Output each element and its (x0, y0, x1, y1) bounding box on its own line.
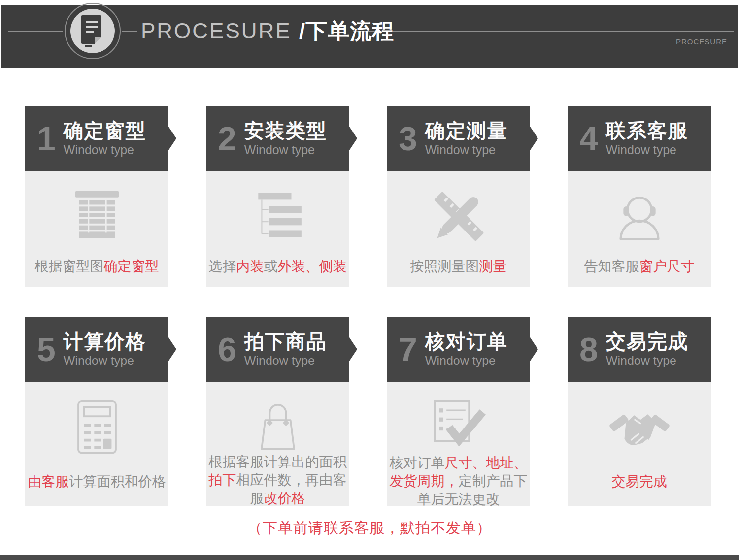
step-number: 8 (579, 332, 598, 366)
step-subtitle: Window type (606, 354, 689, 368)
step-1-header: 1 确定窗型 Window type (25, 106, 168, 171)
arrow-right-icon (530, 127, 538, 150)
step-description: 告知客服窗户尺寸 (583, 257, 696, 275)
step-card-6: 6 拍下商品 Window type 根据客服计算出的面积拍下相应件数，再由客服… (206, 317, 349, 506)
desc-segment: 内装 (236, 259, 264, 274)
arrow-right-icon (349, 127, 357, 150)
procedure-banner: PROCESURE /下单流程 PROCESURE (1, 5, 738, 68)
step-subtitle: Window type (606, 143, 689, 157)
step-6-header: 6 拍下商品 Window type (206, 317, 349, 382)
step-number: 1 (37, 122, 56, 155)
desc-segment: 确定窗型 (104, 259, 159, 274)
desc-segment: 窗户尺寸 (639, 259, 695, 274)
desc-segment: 根据客服计算出的面积 (209, 454, 347, 469)
install-type-icon (250, 188, 305, 246)
step-title: 安装类型 (244, 120, 327, 141)
shopping-bag-icon (251, 398, 305, 453)
step-number: 7 (399, 332, 417, 366)
step-subtitle: Window type (425, 143, 508, 157)
step-number: 5 (37, 332, 56, 366)
step-6-body: 根据客服计算出的面积拍下相应件数，再由客服改价格 (206, 382, 349, 506)
desc-segment: 选择 (209, 259, 236, 274)
step-4-header: 4 联系客服 Window type (568, 106, 711, 171)
desc-segment: 根据窗型图 (35, 259, 104, 274)
document-icon (63, 1, 122, 61)
step-8-header: 8 交易完成 Window type (568, 317, 711, 382)
step-card-7: 7 核对订单 Window type 核对订单 (387, 317, 530, 506)
banner-title-zh: /下单流程 (299, 19, 394, 43)
step-description: 选择内装或外装、侧装 (207, 257, 348, 275)
customer-service-icon (612, 188, 667, 246)
desc-segment: 计算面积和价格 (69, 474, 166, 489)
step-1-body: 根据窗型图确定窗型 (25, 171, 168, 287)
step-description: 按照测量图测量 (409, 257, 508, 275)
step-card-1: 1 确定窗型 Window type (25, 106, 168, 287)
step-title: 联系客服 (606, 120, 689, 141)
step-subtitle: Window type (64, 143, 146, 157)
step-description: 根据客服计算出的面积拍下相应件数，再由客服改价格 (206, 453, 349, 507)
step-card-3: 3 确定测量 Window type (387, 106, 530, 287)
step-subtitle: Window type (244, 354, 327, 368)
blinds-icon (70, 188, 124, 246)
desc-segment: 核对订单 (390, 455, 445, 470)
banner-divider-line-left (8, 31, 63, 32)
desc-segment: 拍下 (209, 472, 236, 488)
step-card-2: 2 安装类型 Window type (206, 106, 349, 287)
calculator-icon (73, 398, 121, 457)
step-card-5: 5 计算价格 Window type (25, 317, 168, 506)
step-subtitle: Window type (425, 354, 508, 368)
step-title: 核对订单 (425, 330, 508, 352)
order-warning-note: （下单前请联系客服，默拍不发单） (0, 518, 739, 538)
step-3-header: 3 确定测量 Window type (387, 106, 530, 171)
order-check-icon (429, 398, 488, 454)
step-title: 确定测量 (425, 120, 508, 141)
step-2-body: 选择内装或外装、侧装 (206, 171, 349, 287)
step-subtitle: Window type (244, 143, 327, 157)
arrow-right-icon (168, 337, 176, 361)
arrow-right-icon (168, 127, 176, 150)
desc-segment: 按照测量图 (410, 259, 479, 274)
step-7-header: 7 核对订单 Window type (387, 317, 530, 382)
desc-segment: 由客服 (28, 474, 69, 489)
desc-segment: 改价格 (264, 491, 305, 506)
banner-corner-label: PROCESURE (676, 37, 727, 46)
steps-grid: 1 确定窗型 Window type (25, 106, 711, 506)
step-title: 确定窗型 (64, 120, 146, 141)
step-4-body: 告知客服窗户尺寸 (568, 171, 711, 287)
arrow-right-icon (349, 337, 357, 361)
banner-divider-line-right (353, 31, 734, 32)
step-3-body: 按照测量图测量 (387, 171, 530, 287)
step-card-4: 4 联系客服 Window type 告知客服窗户尺寸 (568, 106, 711, 287)
step-description: 根据窗型图确定窗型 (34, 257, 161, 275)
step-number: 4 (579, 122, 598, 155)
step-title: 拍下商品 (244, 330, 327, 352)
step-5-body: 由客服计算面积和价格 (25, 382, 168, 506)
handshake-icon (609, 398, 670, 457)
step-number: 2 (218, 122, 236, 155)
banner-divider-line-mid (122, 31, 137, 32)
desc-segment: 测量 (479, 259, 507, 274)
banner-title: PROCESURE /下单流程 (141, 20, 394, 42)
arrow-right-icon (530, 337, 538, 361)
step-title: 交易完成 (606, 330, 689, 352)
step-7-body: 核对订单尺寸、地址、发货周期，定制产品下单后无法更改 (387, 382, 530, 506)
step-subtitle: Window type (64, 354, 146, 368)
measure-icon (431, 188, 486, 246)
desc-segment: 交易完成 (612, 474, 667, 489)
step-description: 核对订单尺寸、地址、发货周期，定制产品下单后无法更改 (387, 454, 530, 508)
step-description: 交易完成 (610, 472, 669, 491)
step-number: 3 (399, 122, 417, 155)
desc-segment: 告知客服 (584, 259, 639, 274)
banner-title-en: PROCESURE (141, 19, 299, 43)
step-title: 计算价格 (64, 330, 146, 352)
step-description: 由客服计算面积和价格 (27, 472, 168, 491)
bottom-divider-bar (0, 555, 739, 560)
desc-segment: 或 (264, 259, 278, 274)
step-8-body: 交易完成 (568, 382, 711, 506)
step-2-header: 2 安装类型 Window type (206, 106, 349, 171)
step-number: 6 (218, 332, 236, 366)
step-card-8: 8 交易完成 Window type (568, 317, 711, 506)
desc-segment: 外装、侧装 (278, 259, 347, 274)
step-5-header: 5 计算价格 Window type (25, 317, 168, 382)
